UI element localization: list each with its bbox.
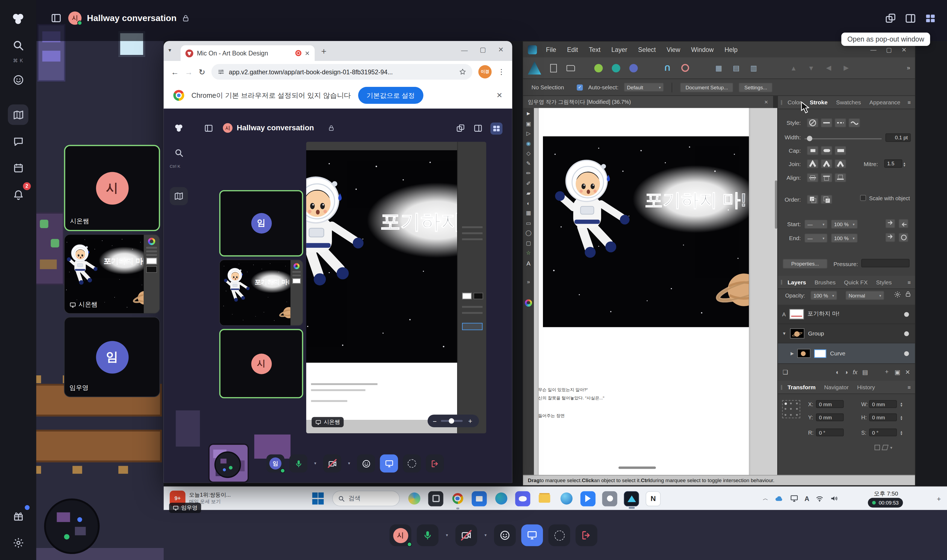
expand-chevron-icon[interactable]: ▼: [782, 331, 786, 335]
nested-map-bubble[interactable]: [214, 451, 241, 478]
video-tile-speaker[interactable]: 시 시온쌤: [64, 145, 160, 231]
nested-gather-logo-icon[interactable]: [173, 122, 185, 134]
panel-menu-icon[interactable]: ≡: [908, 279, 911, 285]
set-default-button[interactable]: 기본값으로 설정: [358, 87, 424, 104]
nested-room-avatar[interactable]: 시: [223, 123, 232, 133]
menu-view[interactable]: View: [661, 46, 686, 53]
point-transform-tool-icon[interactable]: ◉: [526, 141, 531, 146]
nested-screenshare-button[interactable]: [380, 455, 398, 472]
start-arrow-dropdown[interactable]: —: [805, 220, 828, 229]
toggle-sidebar-icon[interactable]: [50, 12, 62, 24]
app-icon[interactable]: [602, 491, 617, 506]
align-inside-button[interactable]: [821, 173, 832, 182]
end-scale-dropdown[interactable]: 100 %: [831, 234, 858, 243]
layer-visibility-toggle[interactable]: [904, 351, 909, 356]
menu-help[interactable]: Help: [719, 46, 743, 53]
tab-layers[interactable]: Layers: [783, 279, 810, 285]
notifications-bell-icon[interactable]: 2: [8, 184, 28, 205]
insert-top-icon[interactable]: ▼: [806, 63, 817, 74]
task-view-icon[interactable]: [428, 491, 443, 506]
nested-grid-icon[interactable]: [490, 122, 503, 134]
volume-icon[interactable]: [830, 494, 838, 503]
layer-lock-icon[interactable]: [905, 291, 911, 297]
transform-stepper[interactable]: ▲▼: [900, 428, 908, 437]
mitre-stepper[interactable]: ▲▼: [903, 159, 911, 168]
swap-arrows-icon[interactable]: [885, 219, 895, 228]
map-nav-icon[interactable]: [8, 105, 28, 125]
layer-effects-icon[interactable]: fx: [853, 369, 858, 375]
grid-view-icon[interactable]: [925, 12, 936, 24]
minimize-window-icon[interactable]: —: [870, 46, 876, 53]
menu-layer[interactable]: Layer: [606, 46, 632, 53]
vertical-scrollbar[interactable]: [775, 180, 777, 229]
tab-transform[interactable]: Transform: [783, 384, 820, 390]
stroke-width-slider-knob[interactable]: [807, 136, 812, 141]
nested-emote-button[interactable]: [357, 455, 375, 472]
taskbar-search[interactable]: 검색: [332, 491, 400, 506]
snapping-magnet-icon[interactable]: U: [662, 63, 673, 74]
layout-columns-icon[interactable]: [905, 12, 916, 24]
live-filter-icon[interactable]: ▤: [862, 369, 868, 375]
transform-stepper[interactable]: ▲▼: [900, 399, 908, 408]
profile-avatar[interactable]: 이경: [478, 65, 492, 78]
kebab-menu-icon[interactable]: ⋮: [498, 68, 505, 76]
bookmark-star-icon[interactable]: [459, 68, 466, 76]
nested-camera-button[interactable]: [323, 455, 341, 472]
back-icon[interactable]: ←: [171, 67, 179, 76]
taskbar-clock[interactable]: 오후 7:50: [874, 490, 898, 498]
nested-video-tile[interactable]: 임: [219, 190, 303, 257]
transform-r-field[interactable]: 0 °: [816, 429, 844, 437]
join-mitre-button[interactable]: [807, 159, 818, 168]
auto-select-checkbox[interactable]: ✓: [577, 84, 583, 90]
end-arrow-dropdown[interactable]: —: [805, 234, 828, 243]
notion-icon[interactable]: N: [646, 491, 661, 506]
mic-button[interactable]: [416, 525, 438, 546]
search-icon[interactable]: [8, 35, 28, 55]
maximize-window-icon[interactable]: ▢: [886, 46, 892, 53]
display-icon[interactable]: [790, 494, 799, 503]
transform-w-field[interactable]: 0 mm: [869, 400, 897, 408]
mic-options-chevron[interactable]: ▾: [312, 461, 318, 466]
self-avatar-button[interactable]: 시: [390, 525, 412, 546]
wifi-icon[interactable]: [815, 494, 824, 503]
mask-layer-icon[interactable]: ◐: [836, 369, 839, 375]
ime-indicator[interactable]: A: [805, 495, 810, 502]
order-behind-button[interactable]: [821, 195, 832, 204]
screenshare-button[interactable]: [521, 525, 543, 546]
rail-overflow-icon[interactable]: »: [527, 280, 530, 285]
order-front-button[interactable]: [807, 195, 818, 204]
address-bar[interactable]: app.v2.gather.town/app/art-book-design-0…: [211, 64, 472, 80]
vscode-icon[interactable]: [580, 491, 595, 506]
ellipse-tool-icon[interactable]: ◯: [526, 231, 531, 236]
designer-persona-icon[interactable]: [593, 63, 604, 74]
node-tool-icon[interactable]: ▷: [526, 131, 531, 136]
transparency-tool-icon[interactable]: ◐: [527, 201, 530, 206]
grid-toggle-icon[interactable]: ▦: [713, 63, 724, 74]
affinity-designer-icon[interactable]: [624, 491, 639, 506]
map-bubble[interactable]: [44, 498, 100, 554]
mesh-tool-icon[interactable]: ▦: [526, 211, 531, 216]
video-tile-screenshare[interactable]: 포기하지 마!: [64, 234, 160, 314]
widgets-icon[interactable]: [407, 491, 421, 506]
shape-tool-icon[interactable]: ☆: [526, 251, 531, 256]
zoom-in-icon[interactable]: ＋: [467, 416, 474, 425]
transform-x-field[interactable]: 0 mm: [816, 400, 844, 408]
color-picker-tool-icon[interactable]: ◇: [526, 151, 531, 156]
edge-browser-icon[interactable]: [559, 491, 574, 506]
insert-inside-icon[interactable]: ◀: [823, 63, 834, 74]
cap-round-button[interactable]: [821, 146, 832, 155]
close-window-icon[interactable]: ✕: [901, 46, 907, 53]
ms-store-icon[interactable]: [472, 491, 487, 506]
tab-quickfx[interactable]: Quick FX: [840, 279, 872, 285]
nested-bubble-button[interactable]: [403, 455, 421, 472]
windows-start-icon[interactable]: [310, 491, 325, 506]
bubble-button[interactable]: [548, 525, 570, 546]
mitre-value[interactable]: 1.5: [884, 159, 902, 168]
chrome-tab[interactable]: Mic On - Art Book Design ✕: [181, 45, 315, 61]
transform-stepper[interactable]: ▲▼: [900, 413, 908, 422]
blend-mode-dropdown[interactable]: Normal: [845, 291, 884, 300]
tab-brushes[interactable]: Brushes: [810, 279, 840, 285]
nested-popout-icon[interactable]: [456, 124, 465, 133]
chrome-minimize-icon[interactable]: —: [461, 46, 467, 54]
pen-tool-icon[interactable]: ✎: [526, 161, 531, 166]
